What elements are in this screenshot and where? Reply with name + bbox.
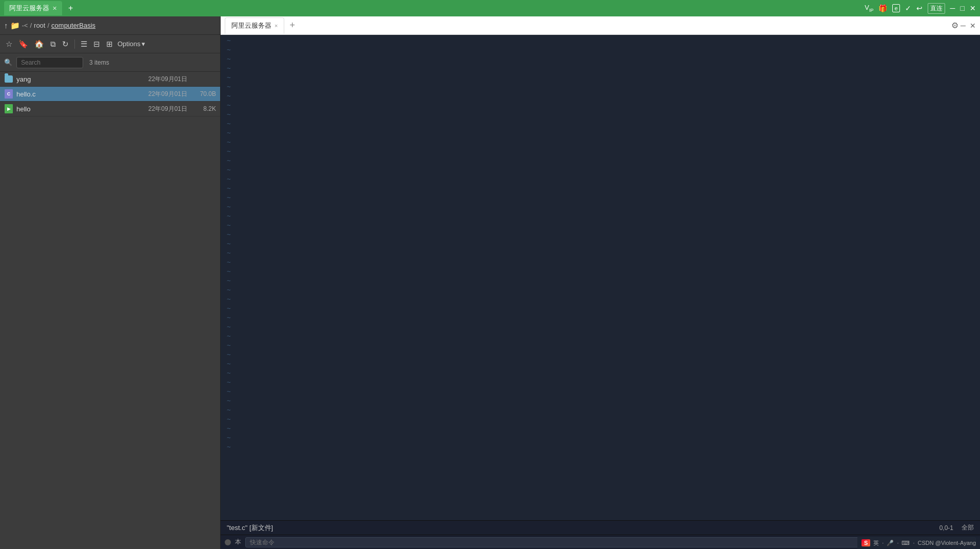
- table-row[interactable]: ▶ hello 22年09月01日 8.2K: [0, 102, 220, 116]
- status-right: 0,0-1 全部: [939, 523, 974, 532]
- tilde-line: ~: [227, 91, 231, 101]
- tilde-line: ~: [227, 64, 231, 73]
- tilde-line: ~: [227, 378, 231, 387]
- table-row[interactable]: C hello.c 22年09月01日 70.0B: [0, 87, 220, 102]
- tilde-line: ~: [227, 73, 231, 82]
- path-current[interactable]: computerBasis: [51, 22, 95, 29]
- tilde-line: ~: [227, 350, 231, 359]
- editor-window-controls: ─ ✕: [961, 22, 976, 30]
- tilde-line: ~: [227, 331, 231, 341]
- connect-label[interactable]: 直连: [928, 3, 945, 14]
- back-icon[interactable]: ↩: [916, 4, 923, 12]
- search-bar: 🔍 3 items: [0, 53, 220, 72]
- tilde-line: ~: [227, 230, 231, 239]
- path-sep-2: /: [30, 22, 32, 29]
- file-date: 22年09月01日: [136, 90, 187, 99]
- file-date: 22年09月01日: [136, 105, 187, 113]
- check-icon[interactable]: ✓: [905, 4, 911, 12]
- copy-icon[interactable]: ⧉: [49, 38, 57, 50]
- tilde-line: ~: [227, 82, 231, 91]
- view-mode: 全部: [962, 523, 974, 532]
- search-input[interactable]: [16, 57, 83, 68]
- refresh-icon[interactable]: ↻: [61, 38, 70, 50]
- tilde-line: ~: [227, 424, 231, 433]
- tilde-line: ~: [227, 193, 231, 202]
- c-file-icon: C: [4, 89, 13, 99]
- file-manager-panel: ↑ 📁 -< / root / computerBasis ☆ 🔖 🏠 ⧉ ↻ …: [0, 16, 221, 549]
- up-icon[interactable]: ↑: [4, 21, 8, 30]
- options-arrow-icon: ▾: [142, 40, 145, 48]
- bookmark-outline-icon[interactable]: ☆: [4, 38, 14, 50]
- close-icon[interactable]: ✕: [970, 4, 976, 12]
- tilde-line: ~: [227, 221, 231, 230]
- tilde-line: ~: [227, 359, 231, 368]
- tilde-line: ~: [227, 285, 231, 295]
- editor-area: ~ ~ ~ ~ ~ ~ ~ ~ ~ ~ ~ ~ ~ ~ ~ ~ ~ ~ ~ ~: [221, 35, 980, 520]
- main-tab[interactable]: 阿里云服务器 ✕: [4, 1, 62, 15]
- status-left: "test.c" [新文件]: [227, 523, 273, 533]
- tilde-line: ~: [227, 128, 231, 138]
- maximize-icon[interactable]: □: [961, 4, 965, 12]
- new-editor-tab-button[interactable]: +: [286, 20, 298, 31]
- tilde-line: ~: [227, 341, 231, 350]
- home-icon[interactable]: 🏠: [33, 38, 46, 50]
- browser-icon[interactable]: e: [892, 4, 899, 12]
- tab-close-icon[interactable]: ✕: [52, 5, 57, 12]
- grid-view-icon[interactable]: ⊞: [105, 38, 114, 50]
- keyboard-icon: ⌨: [901, 540, 910, 546]
- toolbar-separator: [74, 40, 75, 49]
- settings-icon[interactable]: ⚙: [951, 21, 958, 30]
- mode-label: 本: [235, 538, 241, 546]
- titlebar: 阿里云服务器 ✕ + VIP 🎁 e ✓ ↩ 直连 ─ □ ✕: [0, 0, 980, 16]
- tilde-line: ~: [227, 248, 231, 258]
- table-row[interactable]: yang 22年09月01日: [0, 72, 220, 87]
- options-button[interactable]: Options ▾: [117, 40, 145, 48]
- tilde-line: ~: [227, 415, 231, 424]
- exec-icon: ▶: [4, 104, 13, 113]
- tilde-line: ~: [227, 101, 231, 110]
- tilde-line: ~: [227, 313, 231, 322]
- dot-sep-2: ·: [897, 540, 898, 546]
- tilde-line: ~: [227, 304, 231, 313]
- tilde-line: ~: [227, 174, 231, 184]
- path-root[interactable]: root: [34, 22, 45, 29]
- new-tab-button[interactable]: +: [65, 4, 76, 13]
- editor-content[interactable]: [237, 35, 980, 520]
- compact-view-icon[interactable]: ⊟: [92, 38, 102, 50]
- tilde-line: ~: [227, 211, 231, 221]
- bottom-bar: S 英 · 🎤 · ⌨ · CSDN @Violent-Ayang: [857, 537, 980, 549]
- status-file: "test.c" [新文件]: [227, 523, 273, 533]
- vip-icon[interactable]: VIP: [865, 4, 873, 13]
- tilde-line: ~: [227, 165, 231, 174]
- path-sep-1: -<: [22, 22, 28, 29]
- tilde-line: ~: [227, 267, 231, 276]
- tilde-line: ~: [227, 442, 231, 452]
- tilde-line: ~: [227, 276, 231, 285]
- tilde-line: ~: [227, 147, 231, 156]
- file-name: yang: [16, 75, 133, 83]
- options-label: Options: [117, 40, 141, 48]
- gift-icon[interactable]: 🎁: [878, 4, 887, 12]
- list-view-icon[interactable]: ☰: [79, 38, 89, 50]
- editor-tabbar: 阿里云服务器 × + ⚙ ─ ✕: [221, 16, 980, 35]
- tilde-line: ~: [227, 387, 231, 396]
- file-size: 70.0B: [190, 90, 216, 97]
- tilde-line: ~: [227, 54, 231, 64]
- line-numbers: ~ ~ ~ ~ ~ ~ ~ ~ ~ ~ ~ ~ ~ ~ ~ ~ ~ ~ ~ ~: [221, 35, 237, 520]
- bookmark-icon[interactable]: 🔖: [17, 38, 30, 50]
- main-container: ↑ 📁 -< / root / computerBasis ☆ 🔖 🏠 ⧉ ↻ …: [0, 16, 980, 549]
- editor-tab-close-icon[interactable]: ×: [275, 23, 278, 29]
- titlebar-controls: VIP 🎁 e ✓ ↩ 直连 ─ □ ✕: [865, 3, 976, 14]
- tilde-line: ~: [227, 156, 231, 165]
- editor-minimize-icon[interactable]: ─: [961, 22, 966, 30]
- tilde-line: ~: [227, 110, 231, 119]
- item-count: 3 items: [89, 59, 109, 66]
- minimize-icon[interactable]: ─: [950, 4, 955, 12]
- file-name: hello.c: [16, 90, 133, 98]
- file-name: hello: [16, 105, 133, 113]
- folder-icon[interactable]: 📁: [10, 21, 20, 30]
- editor-tab[interactable]: 阿里云服务器 ×: [225, 17, 284, 34]
- tilde-line: ~: [227, 396, 231, 405]
- editor-close-icon[interactable]: ✕: [970, 22, 976, 30]
- tilde-line: ~: [227, 258, 231, 267]
